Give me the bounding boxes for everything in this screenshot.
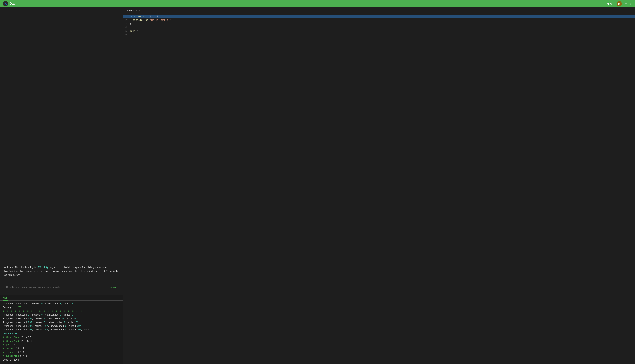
term-line: dependencies: bbox=[3, 332, 120, 336]
menu-icon[interactable]: ≡ bbox=[625, 2, 627, 6]
welcome-text-before: Welcome! This chat is using the bbox=[4, 266, 38, 268]
line-number: 6 bbox=[123, 33, 130, 37]
term-line: Progress: resolved 297, reused 297, down… bbox=[3, 324, 120, 328]
user-avatar[interactable]: M bbox=[617, 1, 622, 6]
line-content: main() bbox=[130, 29, 138, 33]
line-number: 3 bbox=[123, 22, 130, 26]
term-line: + @types/node 20.11.16 bbox=[3, 340, 120, 343]
term-line: + @types/jest 29.5.12 bbox=[3, 336, 120, 339]
editor-panel: src/index.ts > 1 const main = () => { 2 … bbox=[123, 7, 635, 364]
code-line-6: 6 bbox=[123, 33, 635, 37]
term-line: + ts-jest 29.1.2 bbox=[3, 347, 120, 350]
main-layout: Welcome! This chat is using the TS Utili… bbox=[0, 7, 635, 364]
terminal-tab-main[interactable]: Main bbox=[3, 295, 8, 300]
breadcrumb-filename: src/index.ts bbox=[126, 9, 138, 12]
code-line-3: 3 } bbox=[123, 22, 635, 26]
line-number: 5 bbox=[123, 29, 130, 33]
chat-area: Welcome! This chat is using the TS Utili… bbox=[0, 7, 123, 284]
term-line: Progress: resolved 297, reused 62, downl… bbox=[3, 321, 120, 324]
term-line: Progress: resolved 297, reused 297, down… bbox=[3, 328, 120, 332]
download-icon[interactable]: ⬇ bbox=[630, 2, 632, 6]
code-line-2: 2 console.log('Hello, world!') bbox=[123, 18, 635, 22]
term-line: Progress: resolved 1, reused 0, download… bbox=[3, 313, 120, 317]
term-line: ++++++++++++++++++++++++++++++++++++++++… bbox=[3, 310, 120, 313]
line-number: 4 bbox=[123, 26, 130, 29]
terminal-tabs: Main bbox=[0, 295, 123, 300]
term-line: Progress: resolved 297, reused 0, downlo… bbox=[3, 317, 120, 320]
code-line-1: 1 const main = () => { bbox=[123, 15, 635, 18]
line-content: const main = () => { bbox=[130, 15, 158, 18]
file-breadcrumb: src/index.ts > bbox=[123, 7, 635, 13]
new-button[interactable]: + New bbox=[603, 2, 614, 6]
line-number: 1 bbox=[123, 15, 130, 18]
line-content: console.log('Hello, world!') bbox=[130, 18, 173, 22]
terminal-output: Progress: resolved 1, reused 0, download… bbox=[0, 300, 123, 364]
welcome-highlight: TS Utility bbox=[38, 266, 48, 268]
app-logo: 🐾 bbox=[3, 1, 8, 6]
term-line: Packages: +297 bbox=[3, 306, 120, 309]
input-area: Send bbox=[0, 284, 123, 295]
code-editor[interactable]: 1 const main = () => { 2 console.log('He… bbox=[123, 13, 635, 364]
plus-icon: + bbox=[604, 2, 606, 5]
header-left: 🐾 Otto bbox=[3, 1, 16, 6]
term-line: + ts-node 10.9.2 bbox=[3, 350, 120, 354]
chat-input[interactable] bbox=[4, 284, 105, 292]
term-line: Progress: resolved 1, reused 0, download… bbox=[3, 302, 120, 306]
header: 🐾 Otto + New M ≡ ⬇ bbox=[0, 0, 635, 7]
logo-emoji: 🐾 bbox=[4, 2, 7, 5]
line-number: 2 bbox=[123, 18, 130, 22]
term-line: + typescript 5.4.2 bbox=[3, 354, 120, 358]
app-title: Otto bbox=[10, 2, 16, 5]
left-panel: Welcome! This chat is using the TS Utili… bbox=[0, 7, 123, 364]
breadcrumb-separator: > bbox=[139, 9, 141, 12]
code-line-4: 4 bbox=[123, 26, 635, 29]
term-line: Done in 2.6s bbox=[3, 358, 120, 362]
new-label: New bbox=[607, 2, 612, 5]
term-line: + jest 29.7.0 bbox=[3, 343, 120, 347]
welcome-message: Welcome! This chat is using the TS Utili… bbox=[4, 266, 119, 277]
terminal-panel: Main Progress: resolved 1, reused 0, dow… bbox=[0, 295, 123, 364]
header-right: + New M ≡ ⬇ bbox=[603, 1, 632, 6]
line-content: } bbox=[130, 22, 131, 26]
code-line-5: 5 main() bbox=[123, 29, 635, 33]
send-button[interactable]: Send bbox=[107, 284, 119, 292]
